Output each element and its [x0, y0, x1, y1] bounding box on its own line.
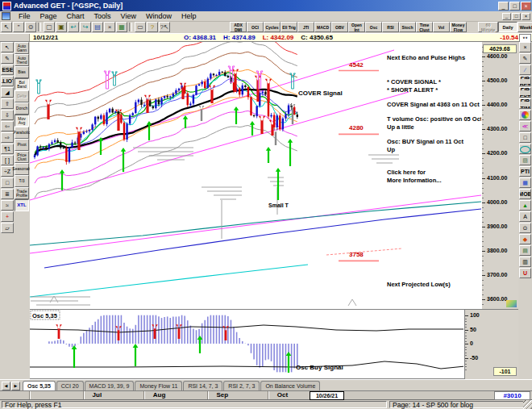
- crosshair-tool-icon[interactable]: +: [1, 211, 14, 222]
- pencil-icon[interactable]: ✎: [519, 53, 531, 64]
- tab-scroll-left-button[interactable]: ◀: [2, 382, 10, 390]
- close-button[interactable]: ×: [521, 2, 531, 10]
- menu-page[interactable]: Page: [35, 12, 62, 21]
- grid-icon[interactable]: ▤: [519, 245, 531, 256]
- study-button-ell-trig[interactable]: Ell Trig: [281, 22, 297, 32]
- new-chart-icon[interactable]: ▢: [44, 22, 55, 32]
- study-button-time-clust[interactable]: Time Clust: [416, 22, 433, 32]
- menu-chart[interactable]: Chart: [62, 12, 89, 21]
- elliott-arrows-icon[interactable]: ≪: [519, 121, 531, 131]
- pointer-icon[interactable]: ↖: [1, 22, 12, 32]
- menu-view[interactable]: View: [116, 12, 141, 21]
- study-button-stoch[interactable]: Stoch: [399, 22, 416, 32]
- study-button-rsi[interactable]: RSI: [382, 22, 399, 32]
- left-study-mov-avg[interactable]: Mov Avg: [15, 115, 29, 127]
- menu-help[interactable]: Help: [177, 12, 202, 21]
- left-study-donch[interactable]: Donch: [15, 102, 29, 115]
- profit-chart-icon[interactable]: ▲: [519, 200, 531, 211]
- paste-icon[interactable]: ▤: [92, 22, 103, 32]
- scroll-right-icon[interactable]: ⇨: [1, 132, 14, 143]
- oscillator-axis[interactable]: 100500-50 -101: [465, 309, 518, 379]
- study-button-cycles[interactable]: Cycles: [264, 22, 281, 32]
- zoom-icon[interactable]: ⊙: [25, 22, 36, 32]
- fib-ext-button[interactable]: FIB EXT: [519, 87, 531, 98]
- price-chart[interactable]: 454242803758COVER SignalSmall TNext Echo…: [30, 42, 482, 310]
- scroll-down-icon[interactable]: ⇩: [1, 110, 14, 120]
- mdi-close-button[interactable]: ×: [522, 13, 530, 20]
- study-button-adx-dmi[interactable]: ADX DMI: [230, 22, 247, 32]
- box-icon[interactable]: □: [519, 132, 531, 143]
- timeframe-weekly[interactable]: Weekly: [517, 22, 532, 32]
- mdi-restore-button[interactable]: □: [512, 13, 521, 20]
- print-icon[interactable]: ▭: [135, 22, 146, 32]
- bar-count-icon[interactable]: ¶1: [1, 144, 14, 154]
- prev-issue-icon[interactable]: ↩: [68, 22, 79, 32]
- menu-tools[interactable]: Tools: [89, 12, 116, 21]
- fib-time-button[interactable]: FIB TIM: [519, 98, 531, 109]
- left-study-pivot[interactable]: Pivot: [15, 139, 29, 151]
- study-button-open-int[interactable]: Open Int: [348, 22, 365, 32]
- left-study-parabolic[interactable]: Parabolic: [15, 127, 29, 139]
- study-button-vol[interactable]: Vol: [433, 22, 450, 32]
- chart-window-icon[interactable]: [2, 12, 10, 20]
- more-info-link[interactable]: More Information...: [387, 177, 442, 184]
- left-study-price-clust[interactable]: Price Clust: [15, 151, 29, 163]
- left-study-delta[interactable]: Delta: [15, 90, 29, 102]
- left-study-t-3[interactable]: T/3: [15, 175, 29, 187]
- study-button-obv[interactable]: OBV: [331, 22, 348, 32]
- study-button-jti[interactable]: JTI: [297, 22, 314, 32]
- left-study-auto-trend[interactable]: Auto Trend: [15, 54, 29, 66]
- left-study-seasonals[interactable]: Seasonals: [15, 163, 29, 175]
- axis-settings-icon[interactable]: [506, 300, 517, 307]
- zoom-tool-icon[interactable]: ⊙: [519, 223, 531, 233]
- save-icon[interactable]: ▣: [56, 22, 67, 32]
- fib-ret-button[interactable]: FIB RET: [519, 76, 531, 86]
- left-study-xtl[interactable]: XTL: [15, 199, 29, 211]
- context-help-icon[interactable]: ?↖: [159, 22, 170, 32]
- study-button-osc[interactable]: Osc: [365, 22, 382, 32]
- study-button-oci[interactable]: OCI: [247, 22, 264, 32]
- menu-file[interactable]: File: [14, 12, 35, 21]
- box-tool-icon[interactable]: □: [1, 177, 14, 188]
- scroll-left-icon[interactable]: ⇦: [1, 121, 14, 131]
- bracket-tool-icon[interactable]: [ ]: [1, 155, 14, 165]
- delete-icon[interactable]: ×: [104, 22, 115, 32]
- timeframe-daily[interactable]: Daily: [498, 22, 517, 32]
- next-issue-icon[interactable]: ↪: [80, 22, 91, 32]
- copy-page-icon[interactable]: ▥: [519, 257, 531, 267]
- gann-box-icon[interactable]: ▦: [519, 177, 531, 188]
- resize-grip[interactable]: [523, 400, 532, 409]
- oscillator-panel[interactable]: Osc 5,35Osc Buy Signal: [30, 309, 465, 379]
- elliott-button[interactable]: ELLIOTT: [1, 76, 14, 86]
- draw-tools-icon[interactable]: ✎: [1, 53, 14, 64]
- gann-wheel-icon[interactable]: [519, 110, 531, 120]
- menu-window[interactable]: Window: [141, 12, 177, 21]
- tab-scroll-right-button[interactable]: ▶: [11, 382, 20, 390]
- price-axis[interactable]: 4629.68 4600.004500.004400.004300.004200…: [481, 42, 518, 309]
- help-icon[interactable]: ?: [147, 22, 158, 32]
- page-tool-icon[interactable]: ▱: [1, 223, 14, 233]
- timeframe-60-minute[interactable]: 60 Minute: [478, 22, 498, 32]
- mdi-minimize-button[interactable]: _: [502, 13, 511, 20]
- pointer-tool-icon[interactable]: ↖: [1, 42, 14, 52]
- left-study-trade-profile[interactable]: Trade Profile: [15, 187, 29, 199]
- scroll-up-icon[interactable]: ⇧: [1, 98, 14, 109]
- mob-ellipse-icon[interactable]: [519, 144, 531, 154]
- undo-button[interactable]: U: [519, 268, 531, 278]
- maximize-button[interactable]: □: [509, 2, 520, 10]
- palette-icon[interactable]: ◆: [519, 234, 531, 244]
- mob-button[interactable]: MOB: [519, 189, 531, 199]
- trend-lines-icon[interactable]: ≈: [1, 200, 14, 211]
- study-button-macd[interactable]: MACD: [314, 22, 331, 32]
- ellipse-tool-icon[interactable]: ◢: [1, 87, 14, 98]
- trendline-icon[interactable]: ∕: [519, 65, 531, 75]
- line2-tool-icon[interactable]: ≣: [1, 189, 14, 199]
- left-study-auto-gann[interactable]: Auto Gann: [15, 42, 29, 54]
- study-button-money-flow[interactable]: Money Flow: [450, 22, 467, 32]
- quote-icon[interactable]: ”: [13, 22, 24, 32]
- quick-reset-button[interactable]: RESET: [1, 65, 14, 75]
- minimize-button[interactable]: _: [498, 2, 509, 10]
- text-label-button[interactable]: A: [519, 211, 531, 222]
- hatch-icon[interactable]: ▨: [519, 155, 531, 165]
- pti-button[interactable]: PTI: [519, 166, 531, 177]
